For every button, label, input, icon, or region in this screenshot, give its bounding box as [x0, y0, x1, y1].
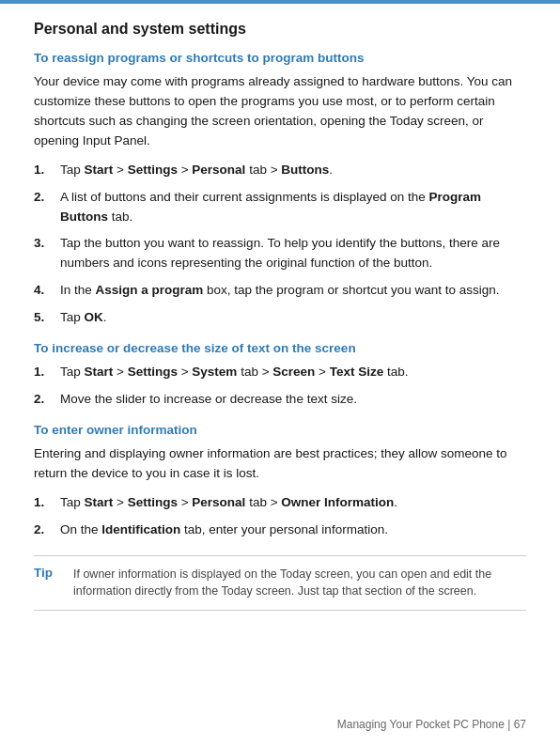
step-content: A list of buttons and their current assi… [60, 188, 526, 227]
step-num: 3. [34, 234, 60, 254]
section-heading-textsize: To increase or decrease the size of text… [34, 341, 526, 355]
bold-text: Settings [128, 365, 178, 379]
bold-text: System [192, 365, 237, 379]
list-item: 4. In the Assign a program box, tap the … [34, 281, 526, 301]
bold-text: Start [85, 163, 114, 177]
step-content: On the Identification tab, enter your pe… [60, 521, 526, 540]
bold-text: Start [85, 365, 114, 379]
bold-text: Start [85, 495, 114, 509]
step-num: 4. [34, 281, 60, 301]
step-num: 2. [34, 521, 60, 540]
bold-text: Buttons [281, 163, 329, 177]
section-heading-reassign: To reassign programs or shortcuts to pro… [34, 51, 526, 65]
step-num: 2. [34, 390, 60, 410]
list-item: 1. Tap Start > Settings > System tab > S… [34, 363, 526, 382]
list-item: 5. Tap OK. [34, 308, 526, 328]
section-heading-ownerinfo: To enter owner information [34, 423, 526, 437]
bold-text: Program Buttons [60, 190, 481, 224]
bold-text: Settings [128, 163, 178, 177]
section-intro-ownerinfo: Entering and displaying owner informatio… [34, 444, 526, 484]
bold-text: Text Size [330, 365, 384, 379]
step-num: 2. [34, 188, 60, 208]
page-title: Personal and system settings [34, 21, 526, 38]
bold-text: Personal [192, 495, 245, 509]
tip-label: Tip [34, 566, 62, 580]
tip-box: Tip If owner information is displayed on… [34, 555, 526, 612]
list-item: 3. Tap the button you want to reassign. … [34, 234, 526, 273]
section-intro-reassign: Your device may come with programs alrea… [34, 72, 526, 151]
tip-text: If owner information is displayed on the… [73, 566, 526, 601]
footer-text: Managing Your Pocket PC Phone | 67 [337, 718, 526, 731]
step-content: Move the slider to increase or decrease … [60, 390, 526, 410]
bold-text: Identification [101, 522, 180, 536]
list-item: 1. Tap Start > Settings > Personal tab >… [34, 161, 526, 180]
step-content: Tap Start > Settings > System tab > Scre… [60, 363, 526, 382]
step-num: 1. [34, 493, 60, 513]
step-num: 1. [34, 363, 60, 382]
steps-list-ownerinfo: 1. Tap Start > Settings > Personal tab >… [34, 493, 526, 540]
bold-text: Assign a program [96, 283, 204, 297]
main-content: Personal and system settings To reassign… [0, 4, 560, 629]
list-item: 2. Move the slider to increase or decrea… [34, 390, 526, 410]
bold-text: Screen [272, 365, 315, 379]
list-item: 1. Tap Start > Settings > Personal tab >… [34, 493, 526, 513]
steps-list-reassign: 1. Tap Start > Settings > Personal tab >… [34, 161, 526, 328]
step-content: Tap Start > Settings > Personal tab > Bu… [60, 161, 526, 180]
step-content: Tap the button you want to reassign. To … [60, 234, 526, 273]
step-content: Tap OK. [60, 308, 526, 328]
step-content: In the Assign a program box, tap the pro… [60, 281, 526, 301]
step-num: 5. [34, 308, 60, 328]
steps-list-textsize: 1. Tap Start > Settings > System tab > S… [34, 363, 526, 410]
bold-text: Personal [192, 163, 245, 177]
step-content: Tap Start > Settings > Personal tab > Ow… [60, 493, 526, 513]
step-num: 1. [34, 161, 60, 180]
bold-text: OK [85, 310, 103, 324]
list-item: 2. On the Identification tab, enter your… [34, 521, 526, 540]
bold-text: Owner Information [281, 495, 394, 509]
bold-text: Settings [128, 495, 178, 509]
list-item: 2. A list of buttons and their current a… [34, 188, 526, 227]
